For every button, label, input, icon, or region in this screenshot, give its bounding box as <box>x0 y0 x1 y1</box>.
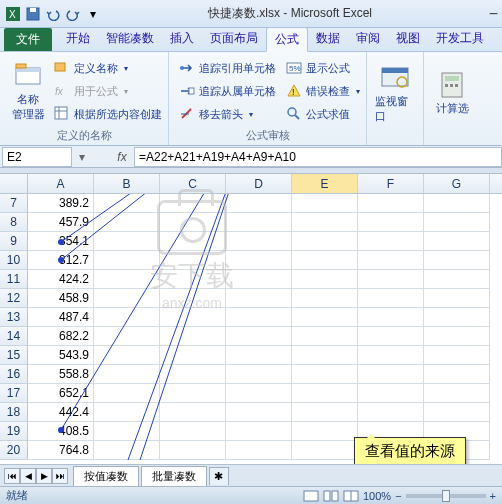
cell[interactable] <box>358 403 424 422</box>
cell[interactable] <box>160 365 226 384</box>
trace-precedents-button[interactable]: 追踪引用单元格 <box>179 58 276 78</box>
cell[interactable]: 652.1 <box>28 384 94 403</box>
cell[interactable] <box>226 403 292 422</box>
cell[interactable] <box>226 194 292 213</box>
cell[interactable] <box>160 327 226 346</box>
cell[interactable] <box>160 289 226 308</box>
use-in-formula-button[interactable]: fx用于公式▾ <box>54 81 162 101</box>
view-layout-icon[interactable] <box>323 490 339 502</box>
view-normal-icon[interactable] <box>303 490 319 502</box>
cell[interactable]: 458.9 <box>28 289 94 308</box>
remove-arrows-button[interactable]: 移去箭头▾ <box>179 104 276 124</box>
cell[interactable] <box>226 270 292 289</box>
row-header[interactable]: 16 <box>0 365 28 384</box>
cell[interactable]: 354.1 <box>28 232 94 251</box>
cell[interactable] <box>226 346 292 365</box>
column-header[interactable]: D <box>226 174 292 193</box>
cell[interactable] <box>292 270 358 289</box>
cell[interactable] <box>160 213 226 232</box>
excel-icon[interactable]: X <box>4 5 22 23</box>
cell[interactable] <box>160 194 226 213</box>
create-from-selection-button[interactable]: 根据所选内容创建 <box>54 104 162 124</box>
column-header[interactable]: G <box>424 174 490 193</box>
cell[interactable] <box>424 194 490 213</box>
define-name-button[interactable]: 定义名称▾ <box>54 58 162 78</box>
cell[interactable] <box>226 308 292 327</box>
cell[interactable] <box>424 346 490 365</box>
cell[interactable] <box>94 251 160 270</box>
cell[interactable] <box>94 194 160 213</box>
cell[interactable] <box>358 384 424 403</box>
cell[interactable] <box>292 289 358 308</box>
cell[interactable] <box>160 232 226 251</box>
cell[interactable] <box>358 289 424 308</box>
zoom-level[interactable]: 100% <box>363 490 391 502</box>
cell[interactable] <box>424 289 490 308</box>
column-header[interactable]: B <box>94 174 160 193</box>
cell[interactable] <box>292 251 358 270</box>
select-all-corner[interactable] <box>0 174 28 193</box>
cell[interactable] <box>160 403 226 422</box>
row-header[interactable]: 7 <box>0 194 28 213</box>
cell[interactable] <box>358 232 424 251</box>
cell[interactable] <box>94 270 160 289</box>
sheet-nav-prev[interactable]: ◀ <box>20 468 36 484</box>
cell[interactable]: 543.9 <box>28 346 94 365</box>
row-header[interactable]: 8 <box>0 213 28 232</box>
show-formulas-button[interactable]: 5%显示公式 <box>286 58 360 78</box>
row-header[interactable]: 19 <box>0 422 28 441</box>
cell[interactable]: 389.2 <box>28 194 94 213</box>
cell[interactable] <box>424 403 490 422</box>
column-header[interactable]: C <box>160 174 226 193</box>
watch-window-button[interactable]: 监视窗口 <box>373 56 417 129</box>
ribbon-tab[interactable]: 插入 <box>162 27 202 51</box>
cell[interactable] <box>94 422 160 441</box>
cell[interactable] <box>424 213 490 232</box>
column-header[interactable]: F <box>358 174 424 193</box>
cell[interactable] <box>94 232 160 251</box>
cell[interactable] <box>358 327 424 346</box>
cell[interactable] <box>292 403 358 422</box>
cell[interactable] <box>94 403 160 422</box>
row-header[interactable]: 14 <box>0 327 28 346</box>
cell[interactable]: 457.9 <box>28 213 94 232</box>
cell[interactable] <box>424 232 490 251</box>
calculation-options-button[interactable]: 计算选 <box>430 56 474 129</box>
ribbon-tab[interactable]: 公式 <box>266 27 308 52</box>
cell[interactable] <box>424 251 490 270</box>
sheet-nav-first[interactable]: ⏮ <box>4 468 20 484</box>
ribbon-tab[interactable]: 审阅 <box>348 27 388 51</box>
sheet-tab[interactable]: 按值凑数 <box>73 466 139 486</box>
cell[interactable] <box>358 308 424 327</box>
view-pagebreak-icon[interactable] <box>343 490 359 502</box>
cell[interactable] <box>292 384 358 403</box>
name-box[interactable]: E2 <box>2 147 72 167</box>
cell[interactable] <box>226 213 292 232</box>
ribbon-tab[interactable]: 开始 <box>58 27 98 51</box>
cell[interactable] <box>160 270 226 289</box>
cell[interactable] <box>358 346 424 365</box>
cell[interactable]: 764.8 <box>28 441 94 460</box>
cell[interactable] <box>94 289 160 308</box>
cell[interactable] <box>226 441 292 460</box>
row-header[interactable]: 17 <box>0 384 28 403</box>
cell[interactable] <box>226 422 292 441</box>
cell[interactable] <box>358 251 424 270</box>
fx-icon[interactable]: fx <box>110 150 134 164</box>
column-header[interactable]: A <box>28 174 94 193</box>
save-icon[interactable] <box>24 5 42 23</box>
cell[interactable] <box>94 308 160 327</box>
evaluate-formula-button[interactable]: 公式求值 <box>286 104 360 124</box>
sheet-tab[interactable]: 批量凑数 <box>141 466 207 486</box>
cell[interactable]: 424.2 <box>28 270 94 289</box>
cell[interactable] <box>358 194 424 213</box>
column-header[interactable]: E <box>292 174 358 193</box>
ribbon-tab[interactable]: 页面布局 <box>202 27 266 51</box>
row-header[interactable]: 12 <box>0 289 28 308</box>
name-manager-button[interactable]: 名称 管理器 <box>6 56 50 126</box>
cell[interactable] <box>424 308 490 327</box>
ribbon-tab[interactable]: 视图 <box>388 27 428 51</box>
file-tab[interactable]: 文件 <box>4 28 52 51</box>
cell[interactable] <box>94 365 160 384</box>
cell[interactable]: 682.2 <box>28 327 94 346</box>
